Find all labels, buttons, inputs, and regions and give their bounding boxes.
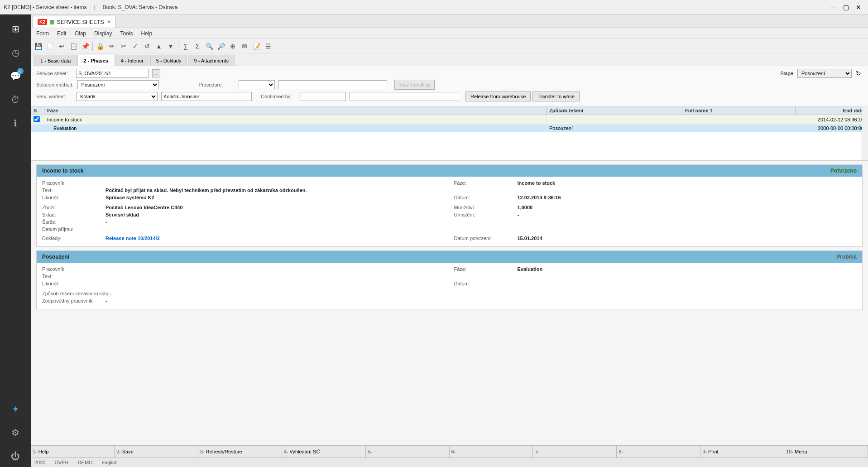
service-sheets-tab[interactable]: K2 SERVICE SHEETS ✕ bbox=[33, 16, 116, 28]
panel2-row3: Ukončil: Datum: bbox=[42, 281, 857, 288]
footer-key-1[interactable]: 1- Help bbox=[31, 446, 115, 457]
grid-row-income[interactable]: Income to stock 2014-02-12 08:36:16 bbox=[31, 115, 868, 125]
tab-doklady[interactable]: 5 - Doklady bbox=[150, 55, 187, 66]
status-demo: DEMO bbox=[78, 460, 93, 465]
stage-select[interactable]: Posouzení bbox=[797, 69, 852, 78]
detail-panel-posouzeni: Posouzení Probíhá Pracovník: Fáze: Evalu… bbox=[36, 250, 863, 309]
grid-header: S Fáze Způsob řešení Full name 1 End dat… bbox=[31, 106, 868, 115]
toolbar-calc[interactable]: ∑ bbox=[180, 41, 191, 52]
footer-key-4[interactable]: 4- Vyhledání SČ bbox=[282, 446, 366, 457]
grid-scrollbar[interactable] bbox=[862, 106, 868, 160]
toolbar-undo[interactable]: ↩ bbox=[56, 41, 67, 52]
stage-refresh-btn[interactable]: ↻ bbox=[854, 69, 863, 77]
sidebar-icon-puzzle[interactable]: ✦ bbox=[5, 398, 26, 420]
toolbar-new[interactable]: 📄 bbox=[44, 41, 55, 52]
toolbar-arrow-up[interactable]: ▲ bbox=[153, 41, 164, 52]
toolbar-search2[interactable]: 🔎 bbox=[216, 41, 226, 52]
panel2-field-ukoncil: Ukončil: bbox=[42, 281, 445, 286]
value-doklady-1[interactable]: Release note 10/2014/2 bbox=[106, 236, 160, 241]
panel1-field-sarze: Šarže: - bbox=[42, 219, 857, 225]
toolbar-save[interactable]: 💾 bbox=[33, 41, 43, 52]
label-faze-1: Fáze: bbox=[454, 180, 518, 186]
serv-worker-name-input[interactable] bbox=[161, 92, 252, 101]
sidebar-icon-history[interactable]: ⏱ bbox=[5, 89, 26, 111]
value-zodpovednik-2: - bbox=[106, 298, 107, 303]
footer-key-10[interactable]: 10- Menu bbox=[784, 446, 868, 457]
menu-edit[interactable]: Edit bbox=[53, 29, 70, 38]
toolbar-arrow-down[interactable]: ▼ bbox=[165, 41, 176, 52]
close-button[interactable]: ✕ bbox=[853, 3, 864, 12]
app-tab-bar: K2 SERVICE SHEETS ✕ bbox=[31, 14, 868, 28]
form-row-solution: Solution method: Posouzení Procedure: St… bbox=[36, 80, 863, 90]
key-label-2: Save bbox=[122, 449, 134, 454]
label-datum-2: Datum: bbox=[454, 281, 518, 286]
confirmed-by-input[interactable] bbox=[301, 92, 346, 101]
toolbar-paste[interactable]: 📌 bbox=[80, 41, 91, 52]
title-bar: K2 [DEMO] - Service sheet - items | Book… bbox=[0, 0, 868, 14]
value-sarze-1: - bbox=[106, 219, 107, 225]
stage-label: Stage: bbox=[780, 71, 795, 76]
procedure-select[interactable] bbox=[239, 80, 275, 89]
maximize-button[interactable]: ▢ bbox=[840, 3, 852, 12]
service-sheet-input[interactable] bbox=[76, 69, 149, 78]
sidebar-icon-grid[interactable]: ⊞ bbox=[5, 18, 26, 40]
footer-key-7[interactable]: 7- bbox=[533, 446, 617, 457]
toolbar-email[interactable]: ✉ bbox=[239, 41, 250, 52]
toolbar-menu[interactable]: ☰ bbox=[263, 41, 273, 52]
tab-phases[interactable]: 2 - Phases bbox=[77, 55, 114, 66]
footer-key-6[interactable]: 6- bbox=[450, 446, 533, 457]
toolbar-edit3[interactable]: 📝 bbox=[251, 41, 262, 52]
panel1-field-mnozstvi: Množství: 1,0000 bbox=[454, 205, 857, 210]
serv-worker-select[interactable]: Kolařík bbox=[76, 92, 158, 101]
toolbar-recheck[interactable]: ↺ bbox=[142, 41, 153, 52]
menu-tools[interactable]: Tools bbox=[116, 29, 136, 38]
start-handling-btn[interactable]: Start handling bbox=[394, 80, 435, 90]
sidebar-icon-gear[interactable]: ⚙ bbox=[5, 422, 26, 443]
toolbar-lock[interactable]: 🔒 bbox=[95, 41, 106, 52]
toolbar-check[interactable]: ✓ bbox=[130, 41, 141, 52]
panel2-field-text: Text: bbox=[42, 274, 857, 279]
sidebar-icon-info[interactable]: ℹ bbox=[5, 112, 26, 134]
menu-olap[interactable]: Olap bbox=[71, 29, 90, 38]
footer-key-9[interactable]: 9- Print bbox=[700, 446, 784, 457]
sidebar-icon-chat[interactable]: 💬 0 bbox=[5, 65, 26, 87]
transfer-whse-btn[interactable]: Transfer to whse bbox=[532, 91, 580, 101]
menu-bar: Form Edit Olap Display Tools Help bbox=[31, 28, 868, 39]
toolbar-copy[interactable]: 📋 bbox=[68, 41, 79, 52]
sidebar-icon-clock[interactable]: ◷ bbox=[5, 42, 26, 63]
tab-close-icon[interactable]: ✕ bbox=[107, 19, 111, 25]
solution-method-select[interactable]: Posouzení bbox=[77, 80, 159, 89]
release-warehouse-btn[interactable]: Release from warehouse bbox=[465, 91, 531, 101]
tab-basic-data[interactable]: 1 - Basic data bbox=[34, 55, 77, 66]
footer-key-3[interactable]: 3- Refresh/Restore bbox=[198, 446, 282, 457]
menu-display[interactable]: Display bbox=[91, 29, 115, 38]
toolbar-delete[interactable]: ✂ bbox=[118, 41, 129, 52]
key-num-1: 1- bbox=[33, 449, 37, 454]
toolbar-sum[interactable]: Σ bbox=[192, 41, 203, 52]
tab-inferior[interactable]: 4 - Inferior bbox=[115, 55, 149, 66]
row1-checkbox[interactable] bbox=[34, 116, 40, 122]
confirmed-by-name-input[interactable] bbox=[350, 92, 458, 101]
grid-row-evaluation[interactable]: Evaluation Posouzení 0000-00-00 00:00:00 bbox=[31, 125, 868, 132]
label-datprijmu-1: Datum příjmu: bbox=[42, 226, 106, 232]
sidebar-icon-power[interactable]: ⏻ bbox=[5, 445, 26, 467]
minimize-button[interactable]: — bbox=[827, 3, 839, 12]
panel1-status: Potvrzeno bbox=[830, 168, 857, 174]
menu-help[interactable]: Help bbox=[137, 29, 156, 38]
col-zpusob: Způsob řešení bbox=[547, 106, 682, 115]
panel1-field-datprijmu: Datum příjmu: bbox=[42, 226, 857, 232]
detail-panel-income: Income to stock Potvrzeno Pracovník: Fáz… bbox=[36, 164, 863, 247]
toolbar-edit2[interactable]: ✏ bbox=[106, 41, 117, 52]
menu-form[interactable]: Form bbox=[33, 29, 53, 38]
procedure-text-input[interactable] bbox=[278, 80, 387, 89]
toolbar-search3[interactable]: ⊕ bbox=[227, 41, 238, 52]
footer-key-5[interactable]: 5- bbox=[366, 446, 450, 457]
footer-key-2[interactable]: 2- Save bbox=[115, 446, 198, 457]
label-ukoncil-2: Ukončil: bbox=[42, 281, 106, 286]
label-zpusob-2: Způsob řešení servisního listu: bbox=[42, 291, 110, 296]
sheet-lookup-btn[interactable]: … bbox=[152, 69, 160, 77]
footer-key-8[interactable]: 8- bbox=[617, 446, 700, 457]
toolbar-search1[interactable]: 🔍 bbox=[204, 41, 215, 52]
tab-attachments[interactable]: 9 - Attachments bbox=[188, 55, 234, 66]
label-zbozi-1: Zboží: bbox=[42, 205, 106, 210]
